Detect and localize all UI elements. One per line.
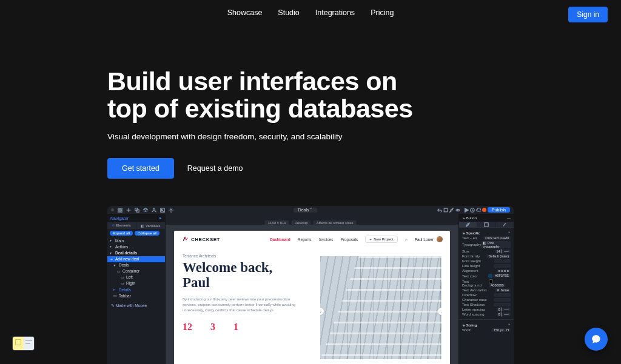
word-spacing-input[interactable]: 0 ▏── [497,313,511,316]
color-swatch[interactable] [488,274,492,278]
char-case-select[interactable] [494,298,511,302]
publish-button[interactable]: Publish [488,207,510,213]
stats-row: 12 3 1 [183,322,314,333]
play-icon[interactable] [464,208,469,213]
tree-item[interactable]: ▸Main [110,238,163,244]
tree-item[interactable]: ▾Deal details [110,250,163,256]
search-icon[interactable]: ⌕ [405,237,408,242]
chevron-right-icon[interactable]: ▸ [159,216,162,220]
undo-icon[interactable] [437,208,442,213]
brand[interactable]: CHECKSET [183,236,220,242]
hero-title: Build user interfaces on top of existing… [107,68,532,122]
request-demo-link[interactable]: Request a demo [187,164,243,173]
toolbar-right-icons: Publish [437,207,510,213]
pen-icon[interactable] [449,208,454,213]
doc-navlinks: Dashboard Reports Invoices Proposals + N… [270,236,443,243]
copy-icon[interactable] [135,208,139,213]
section-toggle-icon[interactable]: ⌃ [508,231,511,235]
image-icon[interactable] [160,208,165,213]
avatar [437,236,443,242]
select-icon[interactable] [443,208,448,213]
svg-rect-2 [118,210,119,211]
color-swatch[interactable] [489,279,493,283]
nav-pricing[interactable]: Pricing [371,8,394,17]
width-input[interactable]: 150 px H [492,328,511,332]
grid-icon[interactable] [118,208,123,213]
get-started-button[interactable]: Get started [107,158,174,179]
typography-picker[interactable]: ◧ Pick typography [481,241,511,248]
layers-icon[interactable] [143,208,148,213]
style-tab[interactable] [459,222,477,227]
letter-spacing-input[interactable]: 0 ▏── [497,308,511,311]
tree-item[interactable]: ▭Left [110,274,163,280]
user-menu[interactable]: Paul Loner [415,236,443,242]
left-panel-header: Navigator ▸ [107,214,165,222]
tree-item[interactable]: ▸Actions [110,244,163,250]
bg-color-hex[interactable]: #000000 [489,283,505,287]
canvas[interactable]: CHECKSET Dashboard Reports Invoices Prop… [166,225,458,364]
layout-tab[interactable] [477,222,495,227]
chat-icon [591,334,602,345]
page-tab[interactable]: Deals ˅ [294,208,318,213]
settings-icon[interactable] [169,208,173,213]
font-weight-input[interactable] [494,259,511,263]
text-color-hex[interactable]: #0F3F5E [493,274,511,277]
tab-elements[interactable]: ⎋ Elements [107,222,136,229]
top-nav: Showcase Studio Integrations Pricing [0,8,621,17]
user-name: Paul Loner [415,237,434,242]
history-icon[interactable] [470,208,475,213]
navlink-proposals[interactable]: Proposals [340,237,358,242]
credit-link[interactable]: ✎ Made with Mooee [107,303,165,308]
expand-all-button[interactable]: Expand all [110,231,133,236]
navlink-invoices[interactable]: Invoices [319,237,334,242]
svg-rect-13 [485,222,488,226]
svg-rect-10 [444,208,448,212]
nav-showcase[interactable]: Showcase [227,8,263,17]
eye-icon[interactable] [455,208,460,213]
tree-item-selected[interactable]: ＋Add new deal [107,256,165,262]
caret-down-icon: ▾ [110,251,113,256]
right-panel-header: ↳ Button ⋯ [459,214,514,222]
plus-icon[interactable] [126,208,131,213]
tree-item[interactable]: ▭Right [110,280,163,286]
section-toggle-icon[interactable]: ⌃ [508,323,511,327]
selected-element-label: Button [466,216,477,220]
svg-point-9 [170,209,172,211]
chat-fab[interactable] [585,328,608,351]
nav-studio[interactable]: Studio [278,8,299,17]
panel-actions-icon[interactable]: ⋯ [507,216,511,220]
intro-paragraph: By introducing our 3rd-party peer review… [183,297,304,313]
tab-variables[interactable]: ◧ Variables [136,222,165,229]
navlink-dashboard[interactable]: Dashboard [270,237,290,242]
text-shadow-input[interactable] [494,303,511,306]
doc-navbar: CHECKSET Dashboard Reports Invoices Prop… [174,231,450,248]
cloud-icon[interactable] [476,208,481,213]
signin-button[interactable]: Sign in [568,7,608,22]
tree-item[interactable]: ▭Tabbar [110,293,163,299]
tree-item[interactable]: ▭Container [110,268,163,274]
text-value[interactable]: Click text to edit [483,236,511,240]
right-panel: ↳ Button ⋯ ↳ Specific⌃ Text – enClick te… [458,214,514,364]
status-dot-icon [482,208,486,212]
people-icon[interactable] [152,208,156,213]
navlink-reports[interactable]: Reports [298,237,312,242]
line-height-input[interactable] [494,264,511,268]
carousel-next-button[interactable]: › [438,308,441,315]
box-icon: ▭ [121,281,124,286]
svg-rect-1 [121,208,122,209]
size-input[interactable]: 14 ▏── [495,250,511,253]
tree-item[interactable]: ▸Details [110,287,163,293]
eyebrow: Terrance Architects [183,254,314,258]
text-decoration-select[interactable]: ✕ None [495,288,511,292]
brush-tab[interactable] [496,222,514,227]
tree-item[interactable]: ▾Deals [110,262,163,268]
svg-rect-0 [118,208,119,209]
new-project-button[interactable]: + New Project [365,236,397,243]
stat-value: 3 [210,322,215,333]
alignment-buttons[interactable]: ≡ ≡ ≡ ≡ [497,269,511,273]
overflow-select[interactable] [494,293,511,297]
nav-integrations[interactable]: Integrations [315,8,355,17]
collapse-all-button[interactable]: Collapse all [135,231,159,236]
font-family-select[interactable]: Default (Inter) [486,254,511,258]
theme-thumbnail-widget[interactable] [12,336,35,351]
